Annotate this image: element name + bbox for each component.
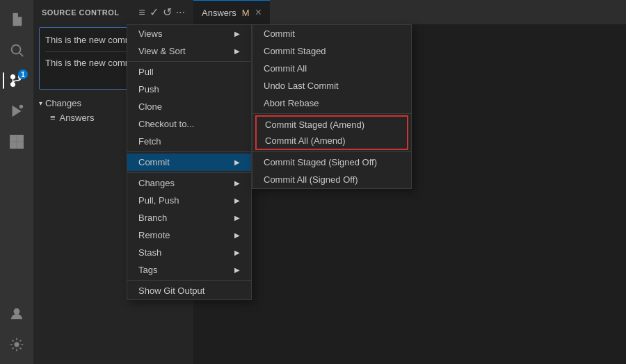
submenu-item-commit-all-signed-label: Commit All (Signed Off) <box>264 174 358 185</box>
menu-item-commit[interactable]: Commit ▶ <box>127 154 251 171</box>
submenu-item-commit-all-label: Commit All <box>264 63 307 74</box>
run-icon[interactable] <box>3 97 31 125</box>
tab-close-button[interactable]: × <box>255 7 262 18</box>
menu-item-push-label: Push <box>138 84 159 94</box>
svg-rect-11 <box>17 142 23 148</box>
menu-item-fetch[interactable]: Fetch <box>127 133 251 150</box>
chevron-icon: ▾ <box>39 99 42 107</box>
menu-item-views[interactable]: Views ▶ <box>127 25 251 42</box>
search-icon[interactable] <box>3 36 31 64</box>
sidebar-actions: ≡ ✓ ↺ ··· <box>138 6 185 19</box>
menu-item-pull-push-label: Pull, Push <box>138 195 179 206</box>
svg-point-12 <box>14 309 19 314</box>
dropdown-menu: Views ▶ View & Sort ▶ Pull Push Clone Ch… <box>127 24 252 300</box>
menu-item-clone[interactable]: Clone <box>127 98 251 115</box>
sidebar-title: SOURCE CONTROL <box>42 8 120 17</box>
submenu-item-abort-rebase-label: Abort Rebase <box>264 98 319 108</box>
menu-item-remote-label: Remote <box>138 230 170 240</box>
changes-label: Changes <box>45 98 81 108</box>
source-control-icon[interactable]: 1 <box>3 67 31 94</box>
menu-item-stash[interactable]: Stash ▶ <box>127 244 251 261</box>
submenu-arrow-icon: ▶ <box>234 158 240 166</box>
svg-point-2 <box>11 83 15 87</box>
menu-item-tags-label: Tags <box>138 265 157 275</box>
menu-item-view-sort[interactable]: View & Sort ▶ <box>127 42 251 60</box>
menu-item-clone-label: Clone <box>138 101 162 112</box>
extensions-icon[interactable] <box>3 128 31 156</box>
svg-line-1 <box>19 53 23 56</box>
menu-item-pull-push[interactable]: Pull, Push ▶ <box>127 192 251 209</box>
menu-item-pull[interactable]: Pull <box>127 63 251 81</box>
submenu-item-commit-all-signed[interactable]: Commit All (Signed Off) <box>252 171 411 188</box>
submenu-item-commit[interactable]: Commit <box>252 25 411 42</box>
svg-point-4 <box>11 75 15 79</box>
menu-item-commit-label: Commit <box>138 157 170 167</box>
submenu-item-undo-last-commit-label: Undo Last Commit <box>264 81 339 91</box>
source-control-badge: 1 <box>18 69 28 79</box>
submenu-arrow-icon: ▶ <box>234 47 240 55</box>
more-actions-icon[interactable]: ··· <box>176 6 185 19</box>
submenu-item-commit-all-amend[interactable]: Commit All (Amend) <box>257 133 407 149</box>
menu-separator-4 <box>127 280 251 281</box>
menu-item-fetch-label: Fetch <box>138 136 161 147</box>
menu-icon[interactable]: ≡ <box>138 6 145 19</box>
svg-rect-9 <box>17 135 23 141</box>
svg-point-0 <box>12 45 21 54</box>
submenu-item-commit-staged-amend[interactable]: Commit Staged (Amend) <box>257 117 407 133</box>
account-icon[interactable] <box>3 300 31 328</box>
menu-separator-2 <box>127 151 251 152</box>
commit-check-icon[interactable]: ✓ <box>150 6 159 19</box>
submenu-item-commit-staged-amend-label: Commit Staged (Amend) <box>265 119 364 130</box>
submenu-separator <box>252 113 411 114</box>
menu-item-changes[interactable]: Changes ▶ <box>127 174 251 192</box>
menu-item-push[interactable]: Push <box>127 81 251 98</box>
menu-item-branch-label: Branch <box>138 213 167 223</box>
submenu-item-commit-all-amend-label: Commit All (Amend) <box>265 135 346 146</box>
activity-bar: 1 <box>0 0 33 364</box>
submenu-arrow-icon: ▶ <box>234 231 240 239</box>
file-name: Answers <box>60 113 95 123</box>
explorer-icon[interactable] <box>3 6 31 33</box>
tab-name: Answers <box>202 8 236 18</box>
refresh-icon[interactable]: ↺ <box>163 6 172 19</box>
submenu-arrow-icon: ▶ <box>234 214 240 222</box>
menu-item-changes-label: Changes <box>138 178 175 188</box>
file-icon: ≡ <box>50 113 56 123</box>
menu-item-tags[interactable]: Tags ▶ <box>127 261 251 279</box>
tab-answers[interactable]: Answers M × <box>193 0 270 24</box>
submenu-item-abort-rebase[interactable]: Abort Rebase <box>252 94 411 112</box>
commit-submenu: Commit Commit Staged Commit All Undo Las… <box>252 24 412 189</box>
submenu-item-commit-all[interactable]: Commit All <box>252 60 411 77</box>
submenu-arrow-icon: ▶ <box>234 249 240 256</box>
menu-separator <box>127 61 251 62</box>
menu-item-pull-label: Pull <box>138 67 154 77</box>
svg-rect-10 <box>10 142 16 148</box>
menu-item-remote[interactable]: Remote ▶ <box>127 226 251 244</box>
svg-point-13 <box>15 342 19 347</box>
submenu-arrow-icon: ▶ <box>234 30 240 38</box>
submenu-arrow-icon: ▶ <box>234 179 240 187</box>
submenu-item-commit-staged[interactable]: Commit Staged <box>252 42 411 60</box>
menu-item-stash-label: Stash <box>138 247 161 258</box>
submenu-item-commit-staged-signed[interactable]: Commit Staged (Signed Off) <box>252 154 411 171</box>
menu-item-show-git-output-label: Show Git Output <box>138 286 204 296</box>
sidebar-header: SOURCE CONTROL ≡ ✓ ↺ ··· <box>33 0 193 24</box>
submenu-item-undo-last-commit[interactable]: Undo Last Commit <box>252 77 411 94</box>
submenu-separator-2 <box>252 151 411 152</box>
menu-item-checkout-label: Checkout to... <box>138 119 194 129</box>
svg-point-7 <box>19 105 23 109</box>
settings-icon[interactable] <box>3 331 31 358</box>
tab-bar: Answers M × <box>193 0 626 24</box>
svg-rect-8 <box>10 135 16 141</box>
submenu-item-commit-staged-signed-label: Commit Staged (Signed Off) <box>264 157 377 167</box>
menu-item-checkout[interactable]: Checkout to... <box>127 115 251 133</box>
menu-item-views-label: Views <box>138 28 162 39</box>
menu-separator-3 <box>127 172 251 173</box>
submenu-item-commit-label: Commit <box>264 28 295 39</box>
menu-item-branch[interactable]: Branch ▶ <box>127 209 251 226</box>
submenu-arrow-icon: ▶ <box>234 266 240 274</box>
tab-modified-marker: M <box>242 8 250 18</box>
submenu-arrow-icon: ▶ <box>234 197 240 204</box>
menu-item-show-git-output[interactable]: Show Git Output <box>127 282 251 299</box>
menu-item-view-sort-label: View & Sort <box>138 46 186 56</box>
